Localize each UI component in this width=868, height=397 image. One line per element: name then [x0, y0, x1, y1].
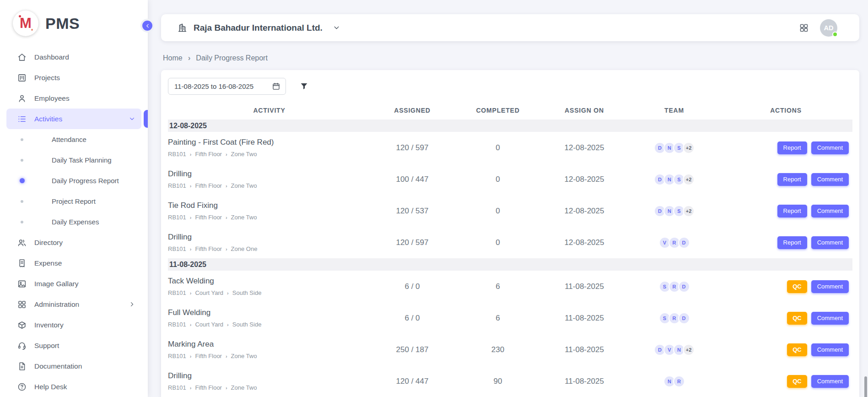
report-button[interactable]: Report	[777, 141, 807, 154]
sidebar-item-dashboard[interactable]: Dashboard	[6, 47, 141, 67]
documentation-icon	[17, 361, 27, 371]
sidebar-subitem-daily-progress-report[interactable]: Daily Progress Report	[6, 170, 141, 191]
logo-letter: M	[20, 15, 32, 32]
path-separator-icon: ›	[190, 290, 192, 296]
team-cell: NR	[627, 375, 722, 387]
sidebar-item-label: Dashboard	[34, 53, 69, 61]
column-header-team: TEAM	[627, 107, 722, 114]
breadcrumb-home[interactable]: Home	[163, 54, 183, 62]
path-segment: South Side	[232, 321, 262, 328]
sidebar-item-employees[interactable]: Employees	[6, 88, 141, 109]
building-icon	[177, 22, 188, 33]
sidebar-item-support[interactable]: Support	[6, 335, 141, 356]
sidebar: M PMS DashboardProjectsEmployeesActiviti…	[0, 0, 148, 397]
activity-name: Painting - First Coat (Fire Red)	[168, 138, 371, 147]
breadcrumb-separator-icon: ›	[188, 54, 191, 62]
sidebar-item-inventory[interactable]: Inventory	[6, 315, 141, 335]
apps-grid-icon[interactable]	[799, 23, 809, 33]
assigned-value: 120 / 597	[371, 238, 454, 247]
page-scrollbar[interactable]	[864, 376, 867, 397]
user-avatar[interactable]: AD	[820, 19, 837, 37]
date-range-input[interactable]: 11-08-2025 to 16-08-2025	[168, 78, 286, 95]
sidebar-item-documentation[interactable]: Documentation	[6, 356, 141, 376]
sidebar-item-label: Help Desk	[34, 383, 67, 391]
sidebar-item-image-gallary[interactable]: Image Gallary	[6, 273, 141, 294]
qc-button[interactable]: QC	[787, 375, 807, 388]
sidebar-item-expense[interactable]: Expense	[6, 253, 141, 273]
comment-button[interactable]: Comment	[811, 343, 849, 356]
qc-button[interactable]: QC	[787, 312, 807, 325]
sidebar-subitem-label: Attendance	[52, 136, 86, 143]
team-avatar: R	[673, 375, 685, 387]
path-separator-icon: ›	[226, 246, 227, 252]
group-date-row: 11-08-2025	[168, 258, 852, 271]
filter-icon[interactable]	[299, 82, 309, 91]
path-separator-icon: ›	[227, 290, 229, 296]
report-button[interactable]: Report	[777, 173, 807, 186]
bullet-icon	[19, 159, 25, 162]
path-separator-icon: ›	[226, 385, 227, 391]
sidebar-item-directory[interactable]: Directory	[6, 232, 141, 253]
path-segment: RB101	[168, 182, 186, 189]
sidebar-subitem-daily-task-planning[interactable]: Daily Task Planning	[6, 150, 141, 170]
activity-cell: Tie Rod FixingRB101›Fifth Floor›Zone Two	[168, 201, 371, 221]
sidebar-item-label: Administration	[34, 300, 79, 309]
comment-button[interactable]: Comment	[811, 312, 849, 325]
report-button[interactable]: Report	[777, 205, 807, 218]
support-icon	[17, 341, 27, 351]
comment-button[interactable]: Comment	[811, 280, 849, 293]
completed-value: 0	[454, 238, 542, 247]
path-segment: RB101	[168, 353, 186, 359]
path-segment: RB101	[168, 321, 186, 328]
assign-on-value: 12-08-2025	[542, 207, 627, 216]
activity-path: RB101›Fifth Floor›Zone Two	[168, 384, 371, 391]
assign-on-value: 11-08-2025	[542, 282, 627, 291]
team-avatar: D	[678, 281, 690, 293]
sidebar-item-label: Image Gallary	[34, 280, 78, 288]
completed-value: 0	[454, 143, 542, 152]
path-segment: Zone Two	[231, 151, 257, 158]
bullet-icon	[19, 138, 25, 141]
activity-path: RB101›Fifth Floor›Zone Two	[168, 214, 371, 221]
sidebar-collapse-button[interactable]	[140, 19, 154, 33]
report-button[interactable]: Report	[777, 236, 807, 249]
sidebar-subitem-daily-expenses[interactable]: Daily Expenses	[6, 212, 141, 232]
team-more-badge: +2	[683, 174, 695, 185]
activity-path: RB101›Fifth Floor›Zone Two	[168, 182, 371, 189]
company-selector[interactable]: Raja Bahadur International Ltd.	[177, 22, 341, 33]
sidebar-item-activities[interactable]: Activities	[6, 109, 141, 129]
sidebar-item-administration[interactable]: Administration	[6, 294, 141, 315]
sidebar-subitem-attendance[interactable]: Attendance	[6, 129, 141, 150]
activity-path: RB101›Fifth Floor›Zone Two	[168, 151, 371, 158]
activity-cell: DrillingRB101›Fifth Floor›Zone One	[168, 233, 371, 252]
sidebar-subitem-label: Project Report	[52, 197, 96, 205]
assign-on-value: 11-08-2025	[542, 377, 627, 386]
comment-button[interactable]: Comment	[811, 173, 849, 186]
path-segment: Fifth Floor	[195, 245, 222, 252]
team-cell: DNS+2	[627, 174, 722, 185]
team-avatar: D	[678, 237, 690, 249]
path-separator-icon: ›	[190, 385, 192, 391]
sidebar-item-help-desk[interactable]: Help Desk	[6, 376, 141, 397]
team-avatar: D	[678, 312, 690, 324]
table-row: Tack WeldingRB101›Court Yard›South Side6…	[168, 271, 852, 302]
chevron-down-icon	[332, 23, 341, 32]
activity-name: Drilling	[168, 169, 371, 179]
breadcrumb-current: Daily Progress Report	[196, 54, 268, 62]
sidebar-item-projects[interactable]: Projects	[6, 67, 141, 88]
path-segment: RB101	[168, 214, 186, 221]
comment-button[interactable]: Comment	[811, 205, 849, 218]
comment-button[interactable]: Comment	[811, 236, 849, 249]
actions-cell: ReportComment	[722, 173, 850, 186]
qc-button[interactable]: QC	[787, 343, 807, 356]
comment-button[interactable]: Comment	[811, 375, 849, 388]
main-content: Raja Bahadur International Ltd. AD Home …	[148, 0, 868, 397]
assigned-value: 120 / 447	[371, 377, 454, 386]
qc-button[interactable]: QC	[787, 280, 807, 293]
path-separator-icon: ›	[227, 322, 229, 327]
sidebar-subitem-project-report[interactable]: Project Report	[6, 191, 141, 212]
administration-icon	[17, 299, 27, 310]
comment-button[interactable]: Comment	[811, 141, 849, 154]
chevron-left-icon	[144, 22, 151, 29]
projects-icon	[17, 73, 27, 83]
